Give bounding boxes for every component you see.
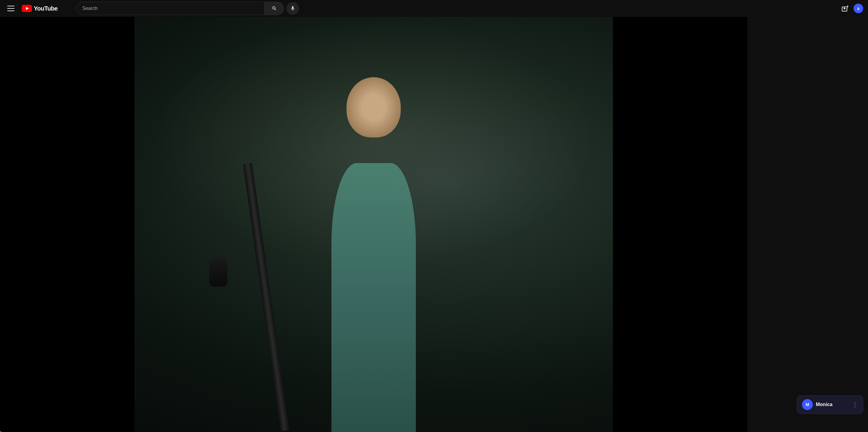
search-icon — [272, 6, 277, 11]
monica-initial: M — [806, 402, 809, 407]
person-head — [347, 77, 401, 137]
dark-right — [613, 17, 747, 432]
mic-head — [209, 256, 227, 287]
menu-icon — [7, 6, 14, 11]
youtube-logo-text: YouTube — [34, 5, 58, 12]
header-right: a — [839, 2, 863, 14]
microphone-icon — [290, 6, 296, 11]
search-form — [76, 2, 284, 15]
header: YouTube a — [0, 0, 868, 17]
video-frame[interactable] — [0, 17, 747, 432]
dark-left — [0, 17, 134, 432]
video-background — [0, 17, 747, 432]
account-button[interactable]: a — [854, 4, 863, 13]
monica-avatar: M — [802, 399, 813, 410]
person-body — [332, 163, 416, 432]
monica-panel: M Monica ⋮ — [797, 395, 863, 414]
account-initial: a — [857, 6, 860, 11]
header-left: YouTube — [5, 2, 71, 14]
main-content: 0:00 / 3:50 HD — [0, 0, 868, 432]
search-input[interactable] — [76, 2, 265, 15]
sidebar — [747, 17, 868, 432]
menu-button[interactable] — [5, 2, 17, 14]
voice-search-button[interactable] — [286, 2, 299, 15]
header-center — [76, 2, 299, 15]
create-icon — [841, 5, 849, 12]
person-shape — [168, 59, 579, 432]
youtube-logo[interactable]: YouTube — [22, 5, 58, 12]
video-container: 0:00 / 3:50 HD — [0, 17, 747, 432]
monica-more-button[interactable]: ⋮ — [852, 401, 858, 408]
search-button[interactable] — [265, 2, 284, 15]
create-button[interactable] — [839, 2, 851, 14]
monica-name: Monica — [816, 402, 849, 407]
youtube-logo-icon — [22, 5, 32, 12]
